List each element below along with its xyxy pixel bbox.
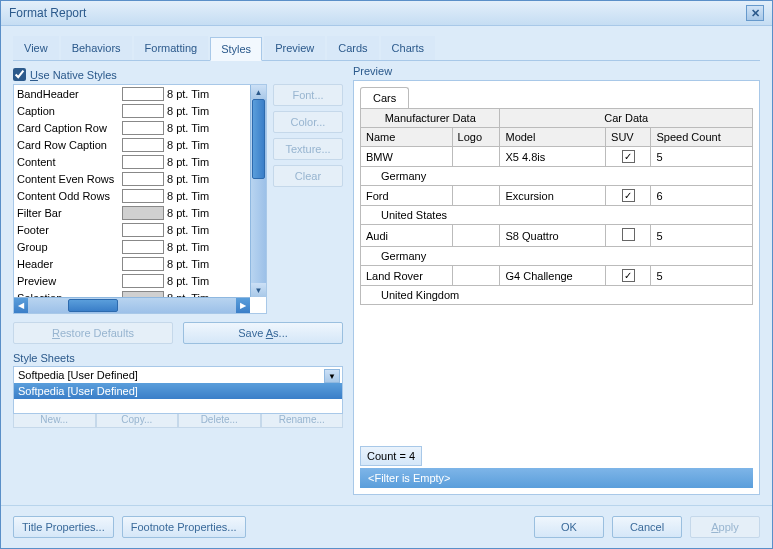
style-name-label: Content [17, 156, 122, 168]
cell-suv[interactable]: ✓ [606, 186, 651, 206]
tab-charts[interactable]: Charts [381, 36, 435, 60]
scroll-thumb[interactable] [252, 99, 265, 179]
style-info-label: 8 pt. Tim [167, 275, 209, 287]
style-name-label: Caption [17, 105, 122, 117]
filter-bar[interactable]: <Filter is Empty> [360, 468, 753, 488]
use-native-styles-checkbox[interactable]: Use Native Styles [13, 65, 343, 84]
table-row[interactable]: BMWX5 4.8is✓5 [361, 147, 753, 167]
scroll-right-icon[interactable]: ▶ [236, 298, 250, 313]
apply-button[interactable]: Apply [690, 516, 760, 538]
style-list[interactable]: BandHeader8 pt. TimCaption8 pt. TimCard … [13, 84, 267, 314]
scroll-up-icon[interactable]: ▲ [251, 85, 266, 99]
cell-speed: 5 [651, 225, 753, 247]
tab-formatting[interactable]: Formatting [134, 36, 209, 60]
title-properties-button[interactable]: Title Properties... [13, 516, 114, 538]
table-row[interactable]: FordExcursion✓6 [361, 186, 753, 206]
cell-logo [452, 147, 500, 167]
style-row[interactable]: Content Even Rows8 pt. Tim [14, 170, 266, 187]
style-row[interactable]: Card Row Caption8 pt. Tim [14, 136, 266, 153]
style-swatch [122, 206, 164, 220]
cell-suv[interactable]: ✓ [606, 266, 651, 286]
checkbox-icon[interactable]: ✓ [622, 189, 635, 202]
style-info-label: 8 pt. Tim [167, 105, 209, 117]
font-button[interactable]: Font... [273, 84, 343, 106]
style-row[interactable]: Footer8 pt. Tim [14, 221, 266, 238]
style-row[interactable]: Card Caption Row8 pt. Tim [14, 119, 266, 136]
table-row[interactable]: AudiS8 Quattro5 [361, 225, 753, 247]
style-row[interactable]: BandHeader8 pt. Tim [14, 85, 266, 102]
column-header[interactable]: Speed Count [651, 128, 753, 147]
cancel-button[interactable]: Cancel [612, 516, 682, 538]
cell-suv[interactable] [606, 225, 651, 247]
style-info-label: 8 pt. Tim [167, 190, 209, 202]
restore-defaults-button[interactable]: Restore Defaults [13, 322, 173, 344]
footnote-properties-button[interactable]: Footnote Properties... [122, 516, 246, 538]
ok-button[interactable]: OK [534, 516, 604, 538]
style-row[interactable]: Caption8 pt. Tim [14, 102, 266, 119]
style-row[interactable]: Filter Bar8 pt. Tim [14, 204, 266, 221]
style-info-label: 8 pt. Tim [167, 224, 209, 236]
tab-styles[interactable]: Styles [210, 37, 262, 61]
style-info-label: 8 pt. Tim [167, 241, 209, 253]
table-row[interactable]: Land RoverG4 Challenge✓5 [361, 266, 753, 286]
checkbox-icon[interactable] [622, 228, 635, 241]
style-info-label: 8 pt. Tim [167, 173, 209, 185]
column-header[interactable]: Logo [452, 128, 500, 147]
clear-button[interactable]: Clear [273, 165, 343, 187]
cell-model: G4 Challenge [500, 266, 606, 286]
style-name-label: Preview [17, 275, 122, 287]
checkbox-icon[interactable]: ✓ [622, 269, 635, 282]
color-button[interactable]: Color... [273, 111, 343, 133]
column-header[interactable]: Name [361, 128, 453, 147]
style-button-column: Font... Color... Texture... Clear [273, 84, 343, 314]
hscroll-thumb[interactable] [68, 299, 118, 312]
cell-model: Excursion [500, 186, 606, 206]
style-swatch [122, 189, 164, 203]
tab-behaviors[interactable]: Behaviors [61, 36, 132, 60]
style-row[interactable]: Preview8 pt. Tim [14, 272, 266, 289]
stylesheet-list[interactable]: Softpedia [User Defined]Softpedia [User … [13, 366, 343, 414]
stylesheet-item[interactable]: Softpedia [User Defined] [14, 367, 342, 383]
style-swatch [122, 104, 164, 118]
scroll-left-icon[interactable]: ◀ [14, 298, 28, 313]
style-name-label: Card Row Caption [17, 139, 122, 151]
style-row[interactable]: Group8 pt. Tim [14, 238, 266, 255]
close-button[interactable]: ✕ [746, 5, 764, 21]
preview-box: Cars Manufacturer Data Car Data NameLogo… [353, 80, 760, 495]
use-native-styles-input[interactable] [13, 68, 26, 81]
style-name-label: Card Caption Row [17, 122, 122, 134]
style-row[interactable]: Content8 pt. Tim [14, 153, 266, 170]
content-area: ViewBehaviorsFormattingStylesPreviewCard… [1, 26, 772, 505]
preview-tab-cars[interactable]: Cars [360, 87, 409, 108]
column-header[interactable]: SUV [606, 128, 651, 147]
header-group-row: Manufacturer Data Car Data [361, 109, 753, 128]
scroll-down-icon[interactable]: ▼ [251, 283, 266, 297]
style-swatch [122, 138, 164, 152]
stylesheet-item[interactable]: Softpedia [User Defined] [14, 383, 342, 399]
right-panel: Preview Cars Manufacturer Data Car Data … [353, 65, 760, 495]
cell-name: BMW [361, 147, 453, 167]
style-info-label: 8 pt. Tim [167, 139, 209, 151]
tab-cards[interactable]: Cards [327, 36, 378, 60]
group-row: Germany [361, 247, 753, 266]
style-list-container: BandHeader8 pt. TimCaption8 pt. TimCard … [13, 84, 343, 314]
tab-preview[interactable]: Preview [264, 36, 325, 60]
cell-suv[interactable]: ✓ [606, 147, 651, 167]
vertical-scrollbar[interactable]: ▲ ▼ [250, 85, 266, 297]
tab-view[interactable]: View [13, 36, 59, 60]
column-header[interactable]: Model [500, 128, 606, 147]
footer: Title Properties... Footnote Properties.… [1, 505, 772, 548]
style-info-label: 8 pt. Tim [167, 207, 209, 219]
use-native-styles-label: Use Native Styles [30, 69, 117, 81]
checkbox-icon[interactable]: ✓ [622, 150, 635, 163]
style-row[interactable]: Content Odd Rows8 pt. Tim [14, 187, 266, 204]
style-row[interactable]: Header8 pt. Tim [14, 255, 266, 272]
texture-button[interactable]: Texture... [273, 138, 343, 160]
save-as-button[interactable]: Save As... [183, 322, 343, 344]
style-swatch [122, 257, 164, 271]
stylesheet-dropdown-icon[interactable]: ▼ [324, 369, 340, 383]
style-swatch [122, 172, 164, 186]
horizontal-scrollbar[interactable]: ◀ ▶ [14, 297, 250, 313]
style-swatch [122, 121, 164, 135]
country-label: Germany [361, 167, 753, 186]
